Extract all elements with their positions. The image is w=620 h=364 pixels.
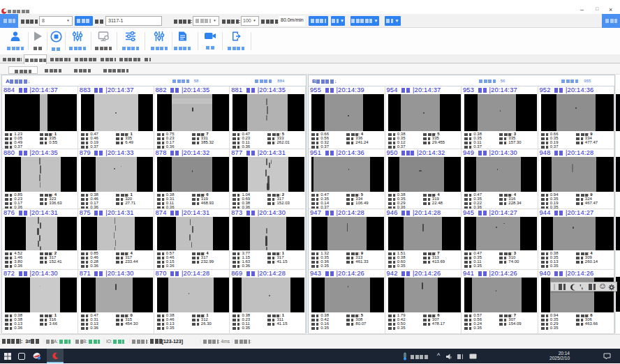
svg-text:x: x [450, 355, 452, 359]
